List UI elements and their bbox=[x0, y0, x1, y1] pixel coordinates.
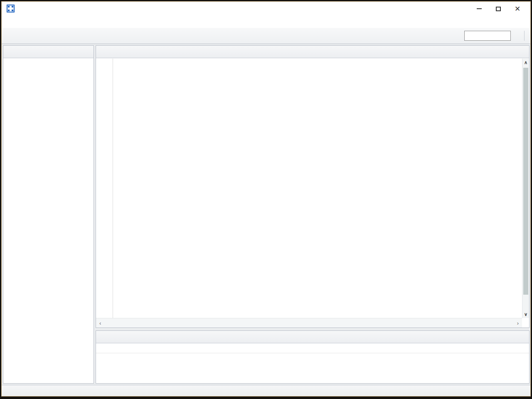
window-controls: ✕ bbox=[470, 2, 527, 16]
quick-access-input[interactable] bbox=[464, 31, 511, 41]
problems-panel bbox=[96, 330, 530, 384]
open-perspective-button[interactable] bbox=[519, 30, 520, 42]
explorer-tab-bar bbox=[3, 46, 94, 58]
toolbar-right-group bbox=[464, 30, 528, 42]
status-bar bbox=[2, 385, 530, 396]
workbench-area: ∧ ∨ ‹ › bbox=[2, 44, 530, 385]
code-folding-margin[interactable] bbox=[96, 59, 113, 328]
close-icon: ✕ bbox=[515, 5, 520, 12]
scroll-down-icon[interactable]: ∨ bbox=[522, 310, 529, 318]
editor-panel: ∧ ∨ ‹ › bbox=[96, 45, 530, 328]
horizontal-scrollbar[interactable]: ‹ › bbox=[96, 318, 522, 328]
scroll-left-icon[interactable]: ‹ bbox=[99, 320, 101, 326]
close-button[interactable]: ✕ bbox=[508, 2, 527, 16]
scroll-right-icon[interactable]: › bbox=[517, 320, 519, 326]
explorer-view-toolbar bbox=[3, 58, 94, 71]
maximize-icon bbox=[496, 7, 501, 11]
code-area[interactable] bbox=[113, 59, 522, 318]
toolbar-separator bbox=[524, 31, 525, 41]
editor-tab-bar bbox=[96, 46, 529, 58]
title-bar: ✕ bbox=[2, 2, 530, 16]
vertical-scrollbar[interactable]: ∧ ∨ bbox=[522, 59, 529, 318]
app-logo-icon bbox=[7, 5, 15, 12]
problems-summary bbox=[96, 343, 529, 353]
problems-tab-bar bbox=[96, 331, 529, 343]
menu-bar bbox=[2, 16, 530, 28]
vertical-scrollbar-thumb[interactable] bbox=[523, 68, 528, 295]
app-window: ✕ ∧ bbox=[1, 1, 531, 397]
editor-body[interactable]: ∧ ∨ ‹ › bbox=[96, 59, 529, 328]
main-toolbar bbox=[2, 28, 530, 44]
minimize-button[interactable] bbox=[470, 2, 489, 16]
minimize-icon bbox=[477, 8, 482, 9]
project-explorer-panel bbox=[3, 45, 94, 384]
maximize-button[interactable] bbox=[489, 2, 508, 16]
scroll-up-icon[interactable]: ∧ bbox=[522, 59, 529, 66]
